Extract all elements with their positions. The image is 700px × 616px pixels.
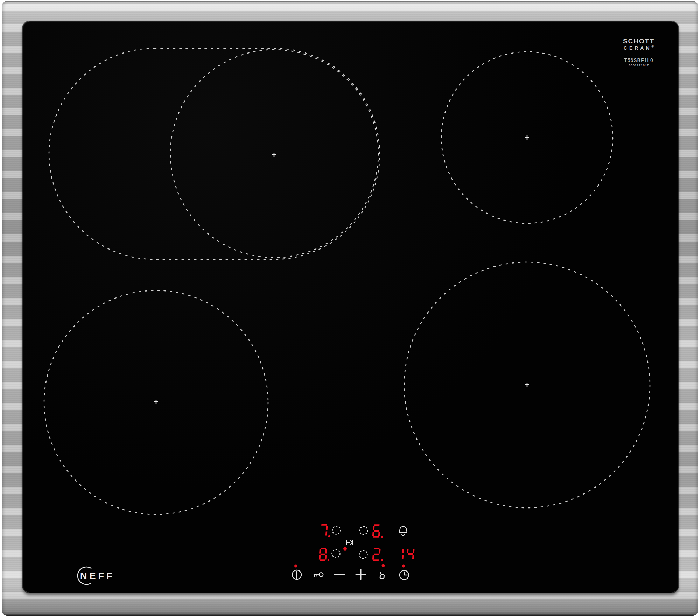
increase-button[interactable] [356, 569, 366, 579]
bell-icon [400, 527, 407, 536]
neff-logo: NEFF [78, 567, 115, 584]
dotted-circle-icon-back-right [360, 527, 368, 535]
bridge-zone-icon [346, 540, 353, 545]
dotted-circle-icon-back-left [332, 526, 341, 534]
timer-display [402, 549, 414, 559]
power-level-back-right-display [373, 525, 383, 538]
child-lock-button[interactable] [314, 573, 323, 577]
red-dot-icon-timer [402, 565, 405, 568]
touch-controls [292, 569, 409, 580]
boost-button[interactable] [380, 572, 384, 579]
plus-marker-front-left [154, 400, 158, 404]
seven-segment-b-icon [380, 572, 384, 579]
neff-logo-text: NEFF [80, 571, 115, 581]
power-level-front-left-display [320, 549, 329, 561]
timer-button[interactable] [400, 570, 409, 580]
glass-graphics-overlay: NEFF [0, 0, 700, 616]
plus-marker-front-right [525, 383, 529, 387]
plus-icon [356, 569, 366, 579]
plus-marker-back-left [272, 153, 276, 157]
red-dot-icon-power [294, 565, 298, 568]
red-dot-icon-boost [382, 564, 385, 567]
dotted-circle-icon-front-right [359, 551, 368, 559]
zone-center-markers [154, 135, 529, 404]
key-icon [319, 573, 323, 577]
led-display-panel [294, 525, 414, 568]
cooking-zones [44, 48, 650, 514]
dotted-circle-icon-front-left [332, 550, 340, 558]
power-button[interactable] [292, 570, 301, 579]
zone-outline-flex-back-left [49, 48, 380, 259]
plus-marker-back-right [525, 135, 529, 140]
power-level-back-left-display [321, 525, 330, 538]
red-dot-icon-flex [343, 547, 347, 551]
power-level-front-right-display [373, 549, 383, 561]
